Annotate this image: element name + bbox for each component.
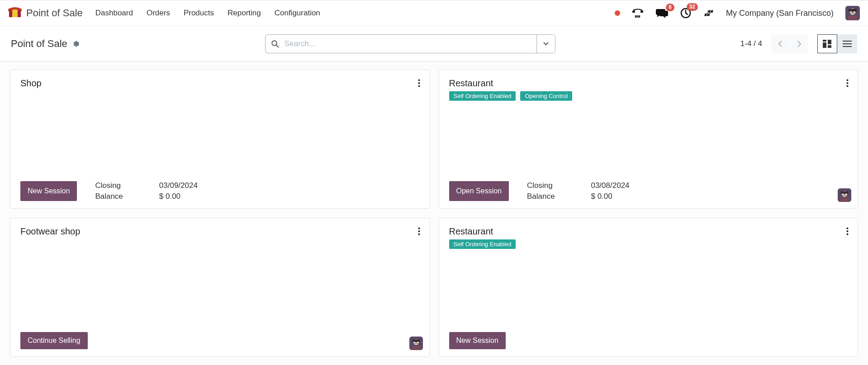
voip-icon[interactable] [632, 8, 644, 19]
svg-rect-18 [823, 40, 826, 42]
pos-card[interactable]: Restaurant Self Ordering EnabledOpening … [439, 70, 859, 209]
kanban-view-button[interactable] [817, 34, 837, 53]
svg-rect-4 [640, 11, 643, 13]
card-more-menu[interactable] [844, 77, 850, 89]
svg-point-28 [847, 80, 849, 81]
svg-point-26 [418, 82, 420, 84]
pager-next[interactable] [790, 35, 808, 53]
list-view-button[interactable] [837, 34, 857, 53]
search-box[interactable] [265, 34, 536, 53]
svg-rect-14 [853, 11, 856, 13]
kanban-icon [823, 40, 832, 48]
company-switcher[interactable]: My Company (San Francisco) [726, 9, 834, 18]
card-body: Open Session Closing Balance 03/08/2024 … [449, 170, 848, 201]
breadcrumb: Point of Sale [11, 38, 80, 50]
status-dot-icon [615, 10, 620, 16]
nav-dashboard[interactable]: Dashboard [95, 9, 133, 18]
svg-rect-19 [823, 42, 826, 48]
session-action-button[interactable]: Open Session [449, 181, 509, 201]
card-user-avatar[interactable] [409, 337, 423, 350]
list-icon [843, 40, 852, 47]
app-topbar: Point of Sale Dashboard Orders Products … [0, 0, 868, 26]
kebab-icon [418, 227, 420, 235]
breadcrumb-title: Point of Sale [11, 38, 67, 50]
svg-rect-15 [848, 16, 857, 20]
kanban-view: Shop New Session Closing Balance 03/09/2… [0, 61, 868, 365]
svg-line-17 [276, 45, 278, 47]
card-body: New Session [449, 321, 848, 349]
nav-products[interactable]: Products [184, 9, 214, 18]
card-title: Shop [20, 78, 419, 89]
pos-card[interactable]: Shop New Session Closing Balance 03/09/2… [10, 70, 430, 209]
card-user-avatar[interactable] [838, 188, 851, 202]
activities-badge: 32 [687, 3, 698, 11]
svg-rect-35 [845, 193, 848, 195]
card-tags: Self Ordering EnabledOpening Control [449, 91, 848, 101]
kebab-icon [418, 79, 420, 87]
svg-point-48 [847, 234, 849, 235]
messages-icon[interactable]: 6 [655, 8, 668, 19]
closing-label: Closing [527, 181, 555, 190]
pager-prev[interactable] [771, 35, 789, 53]
pager-buttons [771, 35, 808, 53]
caret-down-icon [543, 42, 549, 46]
closing-date: 03/08/2024 [591, 181, 629, 190]
chevron-left-icon [778, 40, 783, 47]
view-switcher [817, 34, 857, 53]
card-body: Continue Selling [20, 321, 419, 349]
balance-value: $ 0.00 [159, 192, 198, 201]
nav-orders[interactable]: Orders [147, 9, 170, 18]
nav-links: Dashboard Orders Products Reporting Conf… [95, 9, 320, 18]
session-action-button[interactable]: Continue Selling [20, 332, 88, 349]
balance-label: Balance [527, 192, 555, 201]
card-more-menu[interactable] [844, 225, 850, 237]
debug-icon[interactable] [703, 8, 714, 19]
card-more-menu[interactable] [416, 77, 422, 89]
balance-value: $ 0.00 [591, 192, 629, 201]
closing-date: 03/09/2024 [159, 181, 198, 190]
closing-info: Closing Balance 03/08/2024 $ 0.00 [527, 181, 630, 201]
svg-rect-3 [632, 11, 635, 13]
svg-rect-34 [841, 193, 844, 195]
svg-rect-20 [828, 40, 831, 44]
pos-card[interactable]: Restaurant Self Ordering Enabled New Ses… [439, 218, 859, 357]
svg-point-38 [418, 230, 420, 232]
session-action-button[interactable]: New Session [449, 332, 506, 349]
chevron-right-icon [797, 40, 802, 47]
svg-rect-1 [14, 9, 17, 17]
card-title: Restaurant [449, 78, 848, 89]
status-badge: Self Ordering Enabled [449, 239, 516, 249]
status-badge: Self Ordering Enabled [449, 91, 516, 101]
balance-label: Balance [95, 192, 123, 201]
card-body: New Session Closing Balance 03/09/2024 $… [20, 170, 419, 201]
topbar-right: 6 32 My Company (San Francisco) [615, 6, 860, 20]
search-wrap [265, 34, 555, 53]
pos-card[interactable]: Footwear shop Continue Selling [10, 218, 430, 357]
kebab-icon [846, 79, 849, 87]
gear-icon[interactable] [72, 40, 80, 48]
user-avatar[interactable] [845, 6, 860, 20]
closing-label: Closing [95, 181, 123, 190]
pager-counter[interactable]: 1-4 / 4 [740, 39, 762, 48]
search-input[interactable] [284, 39, 531, 49]
app-brand[interactable]: Point of Sale [8, 7, 83, 19]
app-title: Point of Sale [26, 7, 83, 19]
nav-configuration[interactable]: Configuration [275, 9, 320, 18]
messages-badge: 6 [666, 4, 674, 11]
svg-rect-13 [849, 11, 852, 13]
svg-point-47 [847, 230, 849, 232]
kebab-icon [846, 227, 849, 235]
svg-point-39 [418, 234, 420, 235]
search-options-toggle[interactable] [536, 34, 555, 53]
card-title: Restaurant [449, 226, 848, 237]
card-more-menu[interactable] [416, 225, 422, 237]
session-action-button[interactable]: New Session [20, 181, 77, 201]
nav-reporting[interactable]: Reporting [228, 9, 261, 18]
control-panel: Point of Sale 1-4 / 4 [0, 26, 868, 61]
search-icon [271, 40, 279, 48]
pos-logo-icon [8, 7, 22, 19]
svg-rect-44 [416, 342, 419, 343]
closing-info: Closing Balance 03/09/2024 $ 0.00 [95, 181, 198, 201]
activities-icon[interactable]: 32 [680, 7, 692, 19]
svg-point-37 [418, 228, 420, 229]
